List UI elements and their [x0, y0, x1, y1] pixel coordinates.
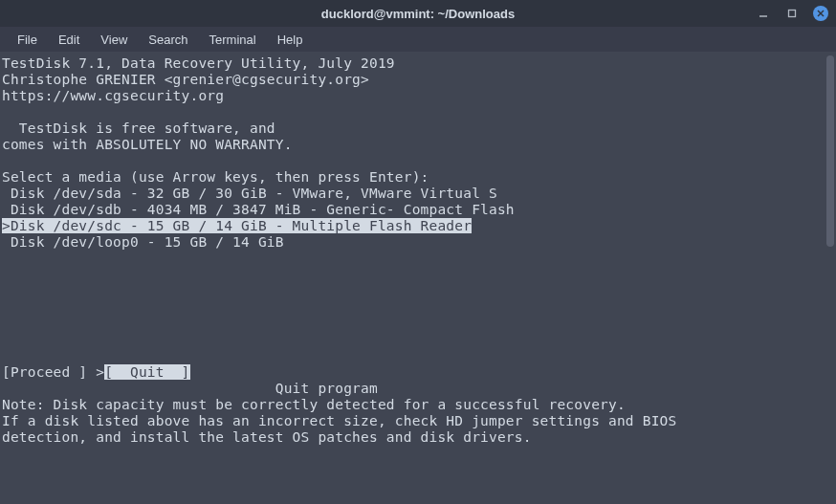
maximize-button[interactable] [784, 6, 800, 21]
proceed-option[interactable]: [Proceed ] [2, 364, 87, 380]
note-line-1: Note: Disk capacity must be correctly de… [2, 397, 626, 412]
disk-option-sdb[interactable]: Disk /dev/sdb - 4034 MB / 3847 MiB - Gen… [2, 202, 515, 217]
svg-rect-1 [789, 11, 796, 17]
menu-terminal[interactable]: Terminal [200, 30, 266, 50]
author-line: Christophe GRENIER <grenier@cgsecurity.o… [2, 72, 369, 87]
option-description: Quit program [2, 381, 378, 396]
menu-help[interactable]: Help [268, 30, 313, 50]
scrollbar[interactable] [826, 55, 834, 247]
disk-option-sdc-selected[interactable]: >Disk /dev/sdc - 15 GB / 14 GiB - Multip… [2, 218, 472, 233]
menu-view[interactable]: View [91, 30, 137, 50]
select-media-prompt: Select a media (use Arrow keys, then pre… [2, 169, 429, 185]
disk-option-sda[interactable]: Disk /dev/sda - 32 GB / 30 GiB - VMware,… [2, 186, 497, 201]
option-marker: > [87, 364, 104, 380]
note-line-2: If a disk listed above has an incorrect … [2, 413, 676, 428]
note-line-3: detection, and install the latest OS pat… [2, 429, 532, 445]
free-software-line: TestDisk is free software, and [2, 121, 275, 136]
menu-bar: File Edit View Search Terminal Help [0, 27, 836, 52]
menu-edit[interactable]: Edit [49, 30, 89, 50]
title-bar: ducklord@vmmint: ~/Downloads [0, 0, 836, 27]
quit-option-selected[interactable]: [ Quit ] [104, 364, 189, 380]
close-button[interactable] [813, 6, 828, 21]
terminal-area[interactable]: TestDisk 7.1, Data Recovery Utility, Jul… [0, 52, 836, 504]
window-controls [756, 6, 828, 21]
window-title: ducklord@vmmint: ~/Downloads [321, 7, 515, 21]
app-header: TestDisk 7.1, Data Recovery Utility, Jul… [2, 55, 395, 71]
menu-search[interactable]: Search [139, 30, 197, 50]
disk-option-loop0[interactable]: Disk /dev/loop0 - 15 GB / 14 GiB [2, 234, 284, 250]
url-line: https://www.cgsecurity.org [2, 88, 224, 103]
menu-file[interactable]: File [8, 30, 47, 50]
minimize-button[interactable] [756, 6, 771, 21]
warranty-line: comes with ABSOLUTELY NO WARRANTY. [2, 137, 293, 152]
terminal-content: TestDisk 7.1, Data Recovery Utility, Jul… [2, 55, 834, 446]
